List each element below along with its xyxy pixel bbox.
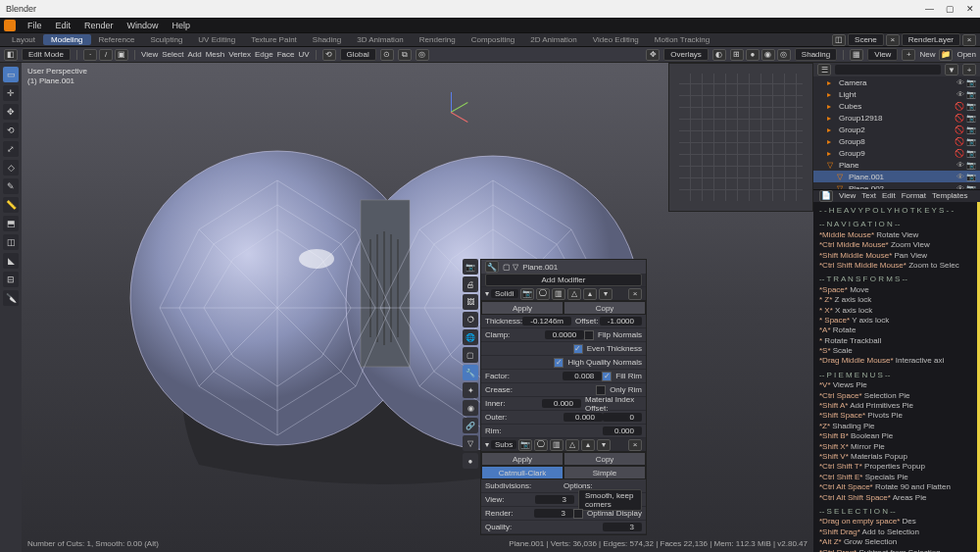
proptab-render[interactable]: 📷 xyxy=(463,259,478,275)
render-vis-icon[interactable]: 📷 xyxy=(966,173,976,181)
scene-select[interactable]: Scene xyxy=(848,33,884,46)
subdiv-simple[interactable]: Simple xyxy=(564,466,646,479)
proptab-modifier[interactable]: 🔧 xyxy=(463,365,478,380)
shading-dropdown[interactable]: Shading xyxy=(795,48,837,61)
face-mode-icon[interactable]: ▣ xyxy=(115,49,128,61)
tool-extrude[interactable]: ⬒ xyxy=(3,216,19,231)
viewlayer-close-icon[interactable]: × xyxy=(962,34,976,46)
offset-value[interactable]: -1.0000 xyxy=(600,317,642,326)
hdr-edge[interactable]: Edge xyxy=(255,50,273,59)
eye-icon[interactable]: 🚫 xyxy=(955,102,964,111)
outliner-filter-icon[interactable]: ▼ xyxy=(945,64,958,75)
select-mode-group[interactable]: · / ▣ xyxy=(83,49,128,61)
mod2-up-icon[interactable]: ▴ xyxy=(581,439,595,451)
uv-open[interactable]: Open xyxy=(956,50,976,59)
pivot-icon[interactable]: ⊙ xyxy=(380,49,394,61)
shading-group[interactable]: ⊞ ● ◉ ◎ xyxy=(730,49,791,61)
outliner-search[interactable] xyxy=(835,65,941,75)
workspace-tab[interactable]: Texture Paint xyxy=(243,34,305,45)
mod1-realtime-icon[interactable]: 🖵 xyxy=(536,288,550,300)
hdr-mesh[interactable]: Mesh xyxy=(206,50,225,59)
proptab-physics[interactable]: ◉ xyxy=(463,400,478,416)
fillrim-check[interactable]: ✓ xyxy=(602,372,612,381)
xray-icon[interactable]: ◐ xyxy=(712,49,726,61)
proptab-world[interactable]: 🌐 xyxy=(463,329,478,345)
optdisp-check[interactable] xyxy=(573,509,583,519)
outliner-item[interactable]: ▽Plane.001👁📷 xyxy=(813,171,980,182)
factor-value[interactable]: 0.008 xyxy=(563,372,602,380)
render-shade-icon[interactable]: ◎ xyxy=(777,49,791,61)
workspace-tab[interactable]: 3D Animation xyxy=(349,34,412,45)
render-vis-icon[interactable]: 📷 xyxy=(966,125,976,134)
window-close[interactable]: ✕ xyxy=(966,4,974,14)
vertex-mode-icon[interactable]: · xyxy=(83,49,97,61)
mod1-copy[interactable]: Copy xyxy=(564,301,646,315)
uv-view[interactable]: View xyxy=(867,48,898,61)
workspace-tab[interactable]: Motion Tracking xyxy=(647,34,717,45)
lookdev-shade-icon[interactable]: ◉ xyxy=(761,49,775,61)
mod1-cage-icon[interactable]: △ xyxy=(567,288,581,300)
tool-move[interactable]: ✥ xyxy=(3,104,19,120)
hdr-view[interactable]: View xyxy=(141,50,158,59)
window-max[interactable]: ▢ xyxy=(946,4,955,14)
rim-value[interactable]: 0.000 xyxy=(603,427,642,435)
subquality-value[interactable]: 3 xyxy=(603,523,642,531)
te-text[interactable]: Text xyxy=(861,191,876,201)
uv-new-icon[interactable]: + xyxy=(902,49,915,61)
tool-transform[interactable]: ◇ xyxy=(3,160,19,176)
menu-window[interactable]: Window xyxy=(122,21,165,30)
eventhick-check[interactable]: ✓ xyxy=(573,344,583,354)
viewport-3d[interactable]: User Perspective (1) Plane.001 xyxy=(22,63,813,552)
wire-shade-icon[interactable]: ⊞ xyxy=(730,49,744,61)
tool-cursor[interactable]: ✛ xyxy=(3,85,19,101)
mod2-editmode-icon[interactable]: ▥ xyxy=(550,439,564,451)
tool-measure[interactable]: 📏 xyxy=(3,197,19,213)
menu-render[interactable]: Render xyxy=(78,21,120,30)
menu-edit[interactable]: Edit xyxy=(50,21,77,30)
uv-new[interactable]: New xyxy=(919,50,935,59)
add-modifier-button[interactable]: Add Modifier xyxy=(485,274,642,286)
thickness-value[interactable]: -0.1246m xyxy=(522,317,571,326)
outliner-item[interactable]: ▸Light👁📷 xyxy=(813,88,980,100)
outliner-item[interactable]: ▸Cubes🚫📷 xyxy=(813,100,980,112)
mod2-cage-icon[interactable]: △ xyxy=(565,439,579,451)
eye-icon[interactable]: 👁 xyxy=(956,90,964,99)
gizmo-icon[interactable]: ✥ xyxy=(646,49,660,61)
uv-editor[interactable] xyxy=(668,63,813,212)
mode-select[interactable]: Edit Mode xyxy=(22,48,71,61)
hdr-select[interactable]: Select xyxy=(162,50,183,59)
subdiv-options[interactable]: Smooth, keep corners xyxy=(578,489,642,511)
te-templates[interactable]: Templates xyxy=(932,191,967,201)
overlays-toggle[interactable]: Overlays xyxy=(663,48,709,61)
outliner-item[interactable]: ▸Group12918🚫📷 xyxy=(813,112,980,124)
mod2-realtime-icon[interactable]: 🖵 xyxy=(534,439,548,451)
eye-icon[interactable]: 🚫 xyxy=(955,149,964,158)
mod2-close-icon[interactable]: × xyxy=(628,439,642,451)
subview-value[interactable]: 3 xyxy=(535,495,574,504)
mod2-apply[interactable]: Apply xyxy=(481,452,564,466)
tool-annotate[interactable]: ✎ xyxy=(3,178,19,194)
mod1-close-icon[interactable]: × xyxy=(628,288,642,300)
workspace-tab[interactable]: Compositing xyxy=(464,34,522,45)
flipnormals-check[interactable] xyxy=(584,330,594,340)
outliner-item[interactable]: ▸Group8🚫📷 xyxy=(813,135,980,147)
hdr-add[interactable]: Add xyxy=(187,50,201,59)
proptab-data[interactable]: ▽ xyxy=(463,435,478,451)
proptab-material[interactable]: ● xyxy=(463,453,478,469)
tool-rotate[interactable]: ⟲ xyxy=(3,123,19,138)
viewlayer-select[interactable]: RenderLayer xyxy=(902,33,960,46)
workspace-tab[interactable]: Layout xyxy=(4,34,43,45)
prop-editor-icon[interactable]: 🔧 xyxy=(485,261,499,273)
uv-open-icon[interactable]: 📁 xyxy=(939,49,953,61)
editor-type-icon[interactable]: ◧ xyxy=(4,49,18,61)
proptab-object[interactable]: ▢ xyxy=(463,347,478,363)
mod-expand-icon[interactable]: ▾ xyxy=(485,289,489,298)
onlyrim-check[interactable] xyxy=(596,385,606,395)
solid-shade-icon[interactable]: ● xyxy=(746,49,760,61)
orient-select[interactable]: Global xyxy=(340,48,376,61)
workspace-tab[interactable]: Modeling xyxy=(43,34,90,45)
scene-close-icon[interactable]: × xyxy=(886,34,900,46)
scene-icon[interactable]: ◫ xyxy=(832,34,846,46)
tool-select[interactable]: ▭ xyxy=(3,67,19,82)
eye-icon[interactable]: 🚫 xyxy=(955,137,964,146)
